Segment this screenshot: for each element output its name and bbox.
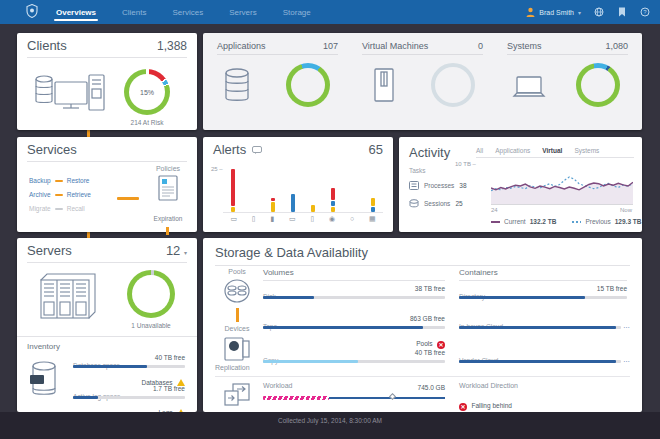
service-from: Archive [29,191,51,198]
policies-label: Policies [145,165,191,172]
sessions-icon [409,199,419,208]
copy-free: 40 TB free [415,349,445,356]
alert-bar [291,194,295,212]
alert-bar [371,198,375,212]
applications-section[interactable]: Applications 107 [217,41,338,124]
pools-error-row[interactable]: Pools ✕ [263,332,445,350]
user-menu[interactable]: Brad Smith ▾ [526,7,581,17]
processes-label: Processes [424,182,454,189]
sessions-label: Sessions [424,200,450,207]
storage-card[interactable]: Storage & Data Availability Pools Device… [203,238,642,412]
server-rack-icon [33,272,99,324]
replication-icon[interactable] [223,382,251,408]
globe-icon[interactable] [593,7,604,18]
sessions-row[interactable]: Sessions 25 [409,199,463,208]
tab-all[interactable]: All [476,147,483,154]
servers-dropdown-chevron[interactable]: ▾ [184,250,187,256]
overflow-dots: … [623,356,630,363]
directory-bar [459,296,627,299]
alerts-badge-icon [252,146,262,154]
disk-free: 38 TB free [415,285,445,292]
disk-icon: ○ [350,215,354,222]
service-to: Retrieve [67,191,91,198]
activity-x-end: Now [620,207,632,213]
service-pair-backup: Backup Restore [29,177,91,184]
current-line-swatch [491,221,500,223]
clients-risk-percent: 15% [124,69,170,115]
inhouse-cloud-row: In-house Cloud [459,315,627,333]
disk-row: Disk 38 TB free [263,285,445,303]
storage-title: Storage & Data Availability [215,245,368,260]
clients-card[interactable]: Clients 1,388 15% 214 At Risk [17,33,197,130]
previous-line-swatch [572,221,581,223]
clients-count: 1,388 [157,39,187,53]
collected-timestamp: Collected July 15, 2014, 8:30:00 AM [278,417,382,424]
alerts-title: Alerts [213,142,246,157]
legend-current-label: Current [504,218,526,225]
database-space-free: 40 TB free [155,354,185,361]
expiration-label: Expiration [145,215,191,222]
alert-bar [331,188,335,212]
tab-virtual[interactable]: Virtual [542,147,562,154]
connector-clients-services [87,130,90,137]
nav-item-servers[interactable]: Servers [227,2,259,23]
activity-card[interactable]: Activity All Applications Virtual System… [399,137,642,232]
pools-label: Pools [217,268,257,275]
arrow-icon [55,194,63,196]
services-card[interactable]: Services Backup Restore Archive Retrieve… [17,137,197,232]
processes-count: 38 [459,182,466,189]
tab-systems[interactable]: Systems [574,147,599,154]
service-to: Restore [67,177,90,184]
servers-title: Servers [27,243,72,258]
alert-bar [271,198,275,212]
servers-unavailable-label: 1 Unavailable [115,322,187,329]
devices-icon[interactable] [223,335,251,363]
servers-count: 12 ▾ [166,243,187,258]
dashboard: Overviews Clients Services Servers Stora… [0,0,660,439]
nav-item-storage[interactable]: Storage [281,2,313,23]
overflow-dots: … [623,322,630,329]
help-icon[interactable]: ? [639,7,650,18]
systems-count: 1,080 [605,41,628,51]
pools-icon[interactable] [223,278,251,304]
workload-value: 745.0 GB [263,384,445,391]
nav-item-services[interactable]: Services [170,2,205,23]
vendor-cloud-row: Vendor Cloud [459,349,627,367]
systems-section[interactable]: Systems 1,080 [507,41,628,124]
activity-x-start: 24 [491,207,498,213]
svg-text:?: ? [643,9,647,15]
directory-row: Directory 15 TB free [459,285,627,303]
policies-document-icon [158,175,178,201]
servers-card[interactable]: Servers 12 ▾ 1 Unavailable Inventory [17,238,197,412]
service-pair-migrate: Migrate Recall [29,205,91,212]
processes-row[interactable]: Processes 38 [409,181,467,190]
disk-bar [263,296,445,299]
shield-logo-icon [26,4,38,18]
nav-item-overviews[interactable]: Overviews [54,2,98,23]
connector-services-policies [117,197,139,200]
pools-error-label: Pools [416,340,432,347]
server-icon: ▮ [270,215,274,222]
systems-donut [576,63,620,107]
nas-icon: ▦ [369,215,376,222]
arrow-icon [55,180,63,182]
sessions-count: 25 [455,200,462,207]
alerts-card[interactable]: Alerts 65 25 – ▭▯▮▭▯◉○▦ [203,137,393,232]
directory-free: 15 TB free [597,285,627,292]
workload-replicated-segment [263,396,329,400]
virtual-machines-label: Virtual Machines [362,41,428,51]
tape-row: Tape 863 GB free [263,315,445,333]
bookmark-icon[interactable] [616,7,627,18]
nav-item-clients[interactable]: Clients [120,2,148,23]
virtual-machines-section[interactable]: Virtual Machines 0 [362,41,483,124]
applications-donut [286,63,330,107]
inhouse-cloud-bar [459,326,621,329]
footer-bar: Collected July 15, 2014, 8:30:00 AM [0,412,660,439]
active-log-free: 1.7 TB free [153,385,185,392]
applications-label: Applications [217,41,266,51]
tab-applications[interactable]: Applications [495,147,530,154]
virtual-machines-count: 0 [478,41,483,51]
alerts-bars [223,169,383,213]
service-from: Backup [29,177,51,184]
user-name: Brad Smith [539,9,574,16]
